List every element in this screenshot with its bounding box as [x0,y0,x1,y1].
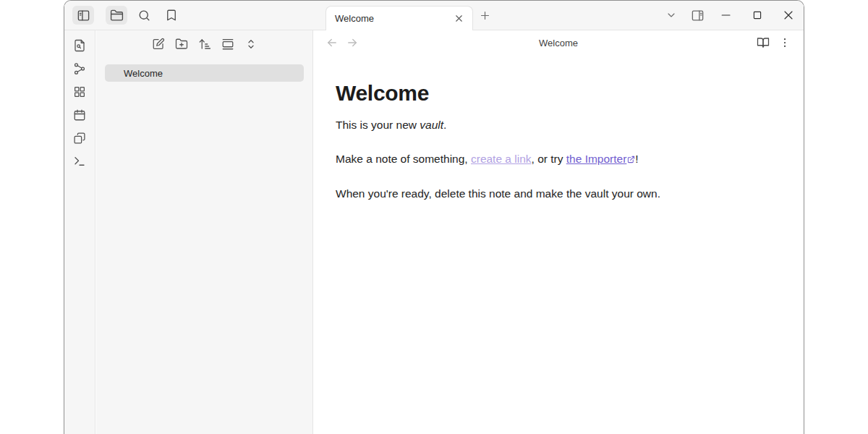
chevrons-up-down-icon [244,38,258,51]
note-title-breadcrumb: Welcome [313,38,804,48]
expand-collapse-all-button[interactable] [242,35,260,54]
chevron-down-icon [665,9,677,21]
window-close-icon [781,8,796,22]
search-icon [137,9,151,22]
plus-icon [479,9,491,22]
tab-title: Welcome [335,13,451,24]
new-tab-button[interactable] [475,6,495,25]
tab-list-button[interactable] [658,1,684,30]
bookmarks-tab-button[interactable] [161,6,182,25]
arrow-right-icon [346,36,359,49]
graph-icon [73,62,86,75]
note-heading: Welcome [336,81,747,105]
file-search-icon [73,39,86,52]
note-paragraph-3: When you're ready, delete this note and … [336,186,747,202]
window-minimize-button[interactable] [710,1,741,30]
right-sidebar-toggle-button[interactable] [684,1,710,30]
canvas-button[interactable] [69,83,90,101]
panel-left-icon [77,9,90,22]
titlebar-left-actions [64,1,312,30]
italic-text: vault [420,119,443,131]
more-options-button[interactable] [776,34,793,51]
navigate-forward-button[interactable] [344,34,361,51]
ribbon [64,30,95,434]
gallery-vertical-button[interactable] [218,35,237,54]
obsidian-window: Welcome [64,0,804,434]
layout-grid-icon [73,85,86,98]
new-note-button[interactable] [149,35,168,54]
window-maximize-button[interactable] [741,1,773,30]
view-header: Welcome [313,30,804,55]
square-pen-icon [152,38,165,51]
close-icon [454,13,464,24]
folder-plus-icon [175,38,188,51]
navigate-back-button[interactable] [323,34,341,51]
files-tab-button[interactable] [106,6,127,25]
file-item-welcome[interactable]: Welcome [105,64,304,82]
external-link-importer[interactable]: the Importer [566,153,627,165]
templates-button[interactable] [69,129,90,147]
sort-ascending-icon [198,38,211,51]
new-folder-button[interactable] [172,35,191,54]
file-item-label: Welcome [124,68,163,79]
arrow-left-icon [326,36,339,49]
external-link-icon [627,156,635,163]
note-paragraph-2: Make a note of something, create a link,… [336,151,747,167]
view-header-actions [754,34,793,51]
command-palette-button[interactable] [69,153,90,170]
titlebar: Welcome [64,1,804,30]
titlebar-right-actions [658,1,804,30]
book-open-icon [757,36,770,49]
explorer-toolbar [96,30,312,54]
quick-switcher-button[interactable] [69,37,90,54]
note-content[interactable]: Welcome This is your new vault. Make a n… [313,55,791,202]
note-paragraph-1: This is your new vault. [336,117,747,133]
search-tab-button[interactable] [133,6,155,25]
file-explorer: Welcome [96,30,313,434]
calendar-icon [73,109,86,122]
more-vertical-icon [778,36,791,49]
copy-icon [73,132,86,145]
tab-close-button[interactable] [451,11,467,27]
daily-note-button[interactable] [69,106,90,124]
panel-right-icon [691,9,705,22]
gallery-vertical-icon [221,38,234,51]
minimize-icon [719,8,733,22]
reading-mode-button[interactable] [754,34,772,51]
bookmark-icon [165,9,178,22]
window-close-button[interactable] [773,1,804,30]
internal-link-create-a-link[interactable]: create a link [471,153,532,165]
left-sidebar-toggle-button[interactable] [72,6,94,25]
sort-order-button[interactable] [195,35,214,54]
terminal-icon [73,155,86,168]
file-list: Welcome [96,64,312,82]
folder-icon [110,9,124,22]
tab-welcome[interactable]: Welcome [326,6,473,30]
editor-pane: Welcome Welcome This is your new vault. … [313,30,804,434]
maximize-icon [750,8,765,22]
graph-view-button[interactable] [69,60,90,77]
tab-bar: Welcome [312,1,804,30]
